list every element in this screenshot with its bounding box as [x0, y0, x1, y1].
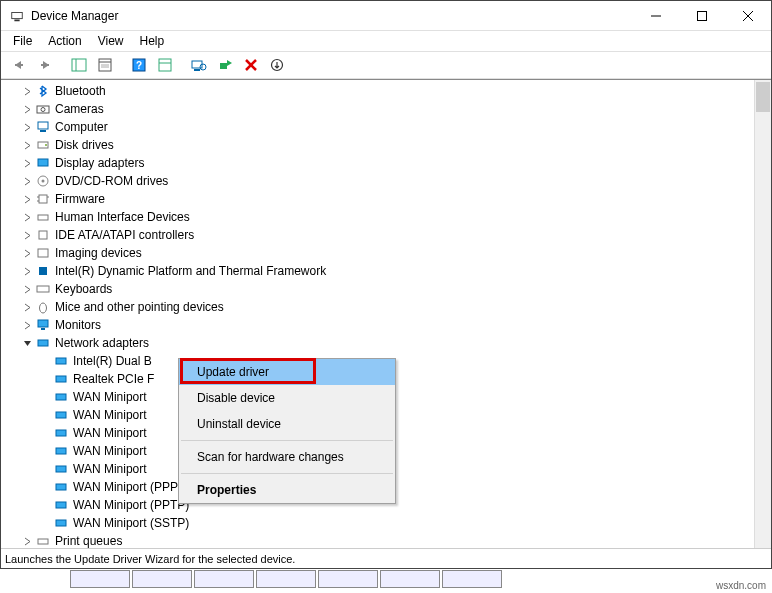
uninstall-button[interactable] — [239, 53, 263, 77]
display-adapter-icon — [35, 155, 51, 171]
window-title: Device Manager — [31, 9, 633, 23]
tree-item-computer[interactable]: Computer — [5, 118, 750, 136]
svg-rect-6 — [15, 64, 23, 66]
ctx-scan-hardware[interactable]: Scan for hardware changes — [179, 444, 395, 470]
ctx-update-driver[interactable]: Update driver — [179, 359, 395, 385]
properties-button[interactable] — [93, 53, 117, 77]
back-button[interactable] — [7, 53, 31, 77]
tree-item-network-adapters[interactable]: Network adapters — [5, 334, 750, 352]
monitor-icon — [35, 317, 51, 333]
tree-item-label: IDE ATA/ATAPI controllers — [55, 226, 194, 244]
cd-icon — [35, 173, 51, 189]
svg-rect-3 — [698, 11, 707, 20]
svg-rect-27 — [38, 122, 48, 129]
tree-item-keyboards[interactable]: Keyboards — [5, 280, 750, 298]
thumb — [132, 570, 192, 588]
network-icon — [35, 335, 51, 351]
chevron-right-icon[interactable] — [19, 299, 35, 315]
chevron-right-icon[interactable] — [19, 155, 35, 171]
tree-item-imaging[interactable]: Imaging devices — [5, 244, 750, 262]
ctx-disable-device[interactable]: Disable device — [179, 385, 395, 411]
tree-item-network-child[interactable]: WAN Miniport (SSTP) — [5, 514, 750, 532]
tree-item-label: WAN Miniport — [73, 406, 147, 424]
chevron-right-icon[interactable] — [19, 83, 35, 99]
thumb — [70, 570, 130, 588]
help-button[interactable]: ? — [127, 53, 151, 77]
window-controls — [633, 1, 771, 31]
update-driver-button[interactable] — [213, 53, 237, 77]
svg-rect-52 — [56, 448, 66, 454]
tree-item-firmware[interactable]: Firmware — [5, 190, 750, 208]
svg-rect-54 — [56, 484, 66, 490]
svg-rect-42 — [37, 286, 49, 292]
chevron-right-icon[interactable] — [19, 281, 35, 297]
menu-file[interactable]: File — [5, 32, 40, 50]
menu-help[interactable]: Help — [132, 32, 173, 50]
disable-button[interactable] — [265, 53, 289, 77]
network-adapter-icon — [53, 407, 69, 423]
svg-rect-31 — [38, 159, 48, 166]
show-hide-tree-button[interactable] — [67, 53, 91, 77]
tree-item-label: Monitors — [55, 316, 101, 334]
chevron-right-icon[interactable] — [19, 533, 35, 548]
app-icon — [9, 8, 25, 24]
maximize-button[interactable] — [679, 1, 725, 31]
svg-rect-41 — [39, 267, 47, 275]
scrollbar-thumb[interactable] — [756, 82, 770, 112]
svg-rect-53 — [56, 466, 66, 472]
ide-icon — [35, 227, 51, 243]
tree-item-label: Print queues — [55, 532, 122, 548]
view-options-button[interactable] — [153, 53, 177, 77]
chevron-right-icon[interactable] — [19, 119, 35, 135]
chevron-right-icon[interactable] — [19, 317, 35, 333]
menu-view[interactable]: View — [90, 32, 132, 50]
ctx-properties[interactable]: Properties — [179, 477, 395, 503]
thumb — [380, 570, 440, 588]
tree-item-label: Display adapters — [55, 154, 144, 172]
tree-item-cameras[interactable]: Cameras — [5, 100, 750, 118]
tree-item-dvd-cd[interactable]: DVD/CD-ROM drives — [5, 172, 750, 190]
keyboard-icon — [35, 281, 51, 297]
tree-item-print-queues[interactable]: Print queues — [5, 532, 750, 548]
tree-item-label: Intel(R) Dual B — [73, 352, 152, 370]
disk-icon — [35, 137, 51, 153]
tree-item-label: WAN Miniport (SSTP) — [73, 514, 189, 532]
chevron-right-icon[interactable] — [19, 101, 35, 117]
chevron-right-icon[interactable] — [19, 209, 35, 225]
tree-item-label: WAN Miniport — [73, 442, 147, 460]
chevron-right-icon[interactable] — [19, 137, 35, 153]
tree-item-label: DVD/CD-ROM drives — [55, 172, 168, 190]
chevron-right-icon[interactable] — [19, 191, 35, 207]
tree-item-label: WAN Miniport — [73, 460, 147, 478]
svg-rect-21 — [220, 63, 227, 69]
tree-item-bluetooth[interactable]: Bluetooth — [5, 82, 750, 100]
svg-point-33 — [42, 180, 45, 183]
tree-item-label: Network adapters — [55, 334, 149, 352]
chevron-right-icon[interactable] — [19, 173, 35, 189]
tree-item-monitors[interactable]: Monitors — [5, 316, 750, 334]
ctx-uninstall-device[interactable]: Uninstall device — [179, 411, 395, 437]
svg-rect-56 — [56, 520, 66, 526]
scan-hardware-button[interactable] — [187, 53, 211, 77]
chevron-right-icon[interactable] — [19, 263, 35, 279]
svg-rect-28 — [40, 130, 46, 132]
menu-action[interactable]: Action — [40, 32, 89, 50]
svg-rect-39 — [39, 231, 47, 239]
minimize-button[interactable] — [633, 1, 679, 31]
tree-item-display-adapters[interactable]: Display adapters — [5, 154, 750, 172]
tree-item-ide[interactable]: IDE ATA/ATAPI controllers — [5, 226, 750, 244]
vertical-scrollbar[interactable] — [754, 80, 771, 548]
tree-item-hid[interactable]: Human Interface Devices — [5, 208, 750, 226]
tree-item-disk-drives[interactable]: Disk drives — [5, 136, 750, 154]
imaging-icon — [35, 245, 51, 261]
chevron-down-icon[interactable] — [19, 335, 35, 351]
status-bar: Launches the Update Driver Wizard for th… — [1, 548, 771, 568]
forward-button[interactable] — [33, 53, 57, 77]
tree-item-intel-dptf[interactable]: Intel(R) Dynamic Platform and Thermal Fr… — [5, 262, 750, 280]
chevron-right-icon[interactable] — [19, 227, 35, 243]
close-button[interactable] — [725, 1, 771, 31]
tree-item-label: Keyboards — [55, 280, 112, 298]
chevron-right-icon[interactable] — [19, 245, 35, 261]
ctx-separator — [181, 473, 393, 474]
tree-item-mice[interactable]: Mice and other pointing devices — [5, 298, 750, 316]
